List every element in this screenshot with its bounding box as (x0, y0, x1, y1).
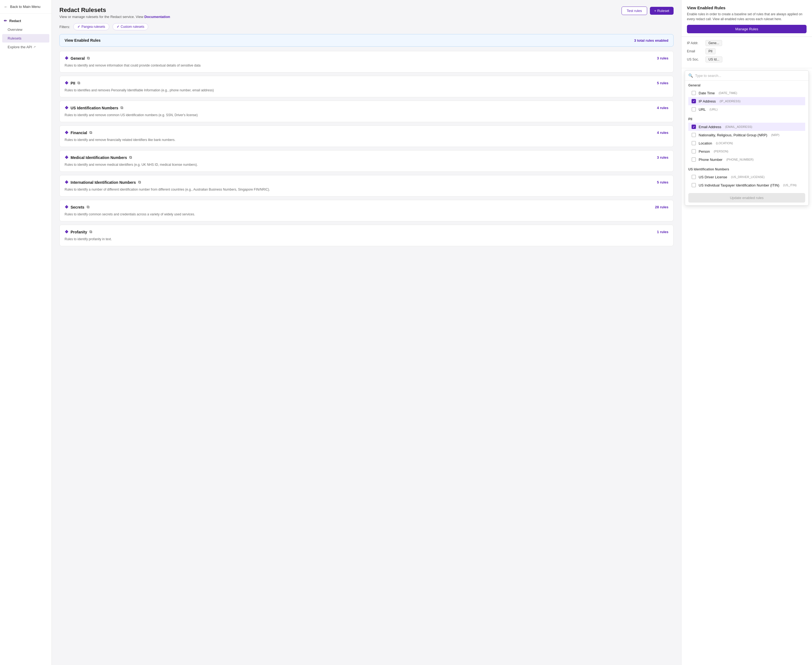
copy-icon-profanity[interactable]: ⧉ (89, 229, 92, 234)
dropdown-section-label-general: General (688, 84, 805, 87)
sidebar-item-rulesets[interactable]: Rulesets (2, 34, 49, 43)
ip-addr-tag-row: IP Addr. Gene... (687, 40, 807, 46)
ruleset-count-pii: 5 rules (657, 81, 668, 85)
dropdown-item-ip-address[interactable]: IP Address (IP_ADDRESS) (688, 97, 805, 105)
ruleset-icon-us-id: ❖ (65, 105, 69, 110)
filters-label: Filters: (59, 25, 70, 29)
copy-icon-secrets[interactable]: ⧉ (87, 205, 89, 210)
rulesets-list: ❖ General ⧉ 3 rules Rules to identify an… (59, 51, 673, 246)
checkbox-person[interactable] (691, 149, 696, 154)
us-soc-label: US Soc. (687, 57, 703, 61)
checkbox-us-itin[interactable] (691, 183, 696, 187)
back-to-main-button[interactable]: ← Back to Main Menu (0, 0, 52, 14)
dropdown-item-us-itin[interactable]: US Individual Taxpayer Identification Nu… (688, 181, 805, 189)
table-row: ❖ Secrets ⧉ 28 rules Rules to identify c… (59, 200, 673, 221)
ruleset-icon-profanity: ❖ (65, 229, 69, 234)
ruleset-count-secrets: 28 rules (655, 205, 668, 209)
ruleset-name-intl: ❖ International Identification Numbers ⧉ (65, 180, 141, 185)
checkbox-email-address[interactable] (691, 124, 696, 129)
ruleset-icon-medical: ❖ (65, 155, 69, 160)
ruleset-icon-general: ❖ (65, 56, 69, 61)
search-dropdown-box: 🔍 General Date Time (DATE_TIME) IP Addre… (685, 70, 809, 206)
dropdown-item-email-address[interactable]: Email Address (EMAIL_ADDRESS) (688, 123, 805, 131)
checkbox-ip-address[interactable] (691, 99, 696, 103)
copy-icon-pii[interactable]: ⧉ (77, 81, 80, 85)
update-enabled-rules-button: Update enabled rules (688, 193, 805, 203)
manage-rules-button[interactable]: Manage Rules (687, 25, 807, 33)
ruleset-icon-financial: ❖ (65, 130, 69, 135)
dropdown-section-us-id: US Identification Numbers US Driver Lice… (685, 165, 809, 190)
ip-addr-tag: Gene... (706, 40, 722, 46)
main-content: Redact Rulesets View or manage rulesets … (52, 0, 681, 665)
dropdown-item-url[interactable]: URL (URL) (688, 105, 805, 113)
table-row: ❖ General ⧉ 3 rules Rules to identify an… (59, 51, 673, 72)
panel-description: Enable rules in order to create a baseli… (687, 12, 807, 21)
ruleset-count-intl: 5 rules (657, 180, 668, 184)
checkbox-date-time[interactable] (691, 91, 696, 95)
copy-icon-us-id[interactable]: ⧉ (121, 105, 123, 110)
checkbox-location[interactable] (691, 141, 696, 145)
back-label: Back to Main Menu (10, 5, 40, 9)
search-icon: 🔍 (688, 73, 693, 78)
enabled-rules-banner[interactable]: View Enabled Rules 3 total rules enabled (59, 34, 673, 47)
ruleset-icon-intl: ❖ (65, 180, 69, 185)
dropdown-item-us-driver-license[interactable]: US Driver License (US_DRIVER_LICENSE) (688, 173, 805, 181)
dropdown-section-label-us-id: US Identification Numbers (688, 167, 805, 171)
back-arrow-icon: ← (4, 4, 8, 9)
email-tag-row: Email PII (687, 48, 807, 54)
test-rules-button[interactable]: Test rules (621, 7, 647, 15)
ruleset-count-medical: 3 rules (657, 156, 668, 159)
ruleset-name-profanity: ❖ Profanity ⧉ (65, 229, 92, 234)
ruleset-name-medical: ❖ Medical Identification Numbers ⧉ (65, 155, 132, 160)
sidebar-item-overview[interactable]: Overview (2, 25, 49, 34)
enabled-count: 3 total rules enabled (634, 38, 668, 43)
enabled-tags-section: IP Addr. Gene... Email PII US Soc. US Id… (681, 37, 812, 68)
table-row: ❖ PII ⧉ 5 rules Rules to identifies and … (59, 76, 673, 97)
table-row: ❖ US Identification Numbers ⧉ 4 rules Ru… (59, 101, 673, 122)
checkbox-nrp[interactable] (691, 133, 696, 137)
search-input[interactable] (695, 74, 805, 78)
dropdown-item-person[interactable]: Person (PERSON) (688, 147, 805, 156)
copy-icon-general[interactable]: ⧉ (87, 56, 90, 61)
ruleset-desc-medical: Rules to identify and remove medical ide… (65, 162, 668, 167)
sidebar-section-label: ✏ Redact (0, 16, 52, 25)
panel-title: View Enabled Rules (687, 5, 807, 10)
custom-check-icon: ✓ (117, 25, 119, 29)
ip-addr-label: IP Addr. (687, 41, 703, 45)
table-row: ❖ International Identification Numbers ⧉… (59, 175, 673, 197)
ruleset-name-financial: ❖ Financial ⧉ (65, 130, 92, 135)
rules-dropdown: 🔍 General Date Time (DATE_TIME) IP Addre… (681, 68, 812, 665)
pangea-rulesets-filter[interactable]: ✓ Pangea rulesets (73, 23, 109, 30)
ruleset-desc-intl: Rules to identify a number of different … (65, 187, 668, 192)
ruleset-name-pii: ❖ PII ⧉ (65, 80, 80, 85)
page-header-left: Redact Rulesets View or manage rulesets … (59, 7, 170, 19)
docs-link[interactable]: Documentation (144, 15, 170, 19)
copy-icon-intl[interactable]: ⧉ (138, 180, 141, 185)
page-title: Redact Rulesets (59, 7, 170, 14)
sidebar-item-explore-api[interactable]: Explore the API ↗ (2, 43, 49, 51)
table-row: ❖ Financial ⧉ 4 rules Rules to identify … (59, 125, 673, 147)
page-subtitle: View or manage rulesets for the Redact s… (59, 15, 170, 19)
dropdown-item-date-time[interactable]: Date Time (DATE_TIME) (688, 89, 805, 97)
right-panel: View Enabled Rules Enable rules in order… (681, 0, 812, 665)
header-actions: Test rules + Ruleset (621, 7, 673, 15)
copy-icon-medical[interactable]: ⧉ (129, 155, 132, 160)
checkbox-us-driver-license[interactable] (691, 175, 696, 179)
dropdown-item-nrp[interactable]: Nationality, Religious, Political Group … (688, 131, 805, 139)
ruleset-desc-pii: Rules to identifies and removes Personal… (65, 88, 668, 93)
custom-rulesets-filter[interactable]: ✓ Custom rulesets (113, 23, 149, 30)
add-ruleset-button[interactable]: + Ruleset (650, 7, 673, 15)
us-soc-tag: US Id... (706, 56, 722, 62)
ruleset-name-secrets: ❖ Secrets ⧉ (65, 205, 89, 210)
ruleset-desc-secrets: Rules to identify common secrets and cre… (65, 212, 668, 217)
copy-icon-financial[interactable]: ⧉ (89, 130, 92, 135)
dropdown-section-general: General Date Time (DATE_TIME) IP Address… (685, 81, 809, 115)
dropdown-item-phone-number[interactable]: Phone Number (PHONE_NUMBER) (688, 156, 805, 164)
dropdown-item-location[interactable]: Location (LOCATION) (688, 139, 805, 147)
panel-header: View Enabled Rules Enable rules in order… (681, 0, 812, 37)
external-link-icon: ↗ (33, 45, 36, 49)
search-box: 🔍 (685, 70, 809, 81)
ruleset-name-us-id: ❖ US Identification Numbers ⧉ (65, 105, 123, 110)
checkbox-phone-number[interactable] (691, 157, 696, 162)
checkbox-url[interactable] (691, 107, 696, 111)
